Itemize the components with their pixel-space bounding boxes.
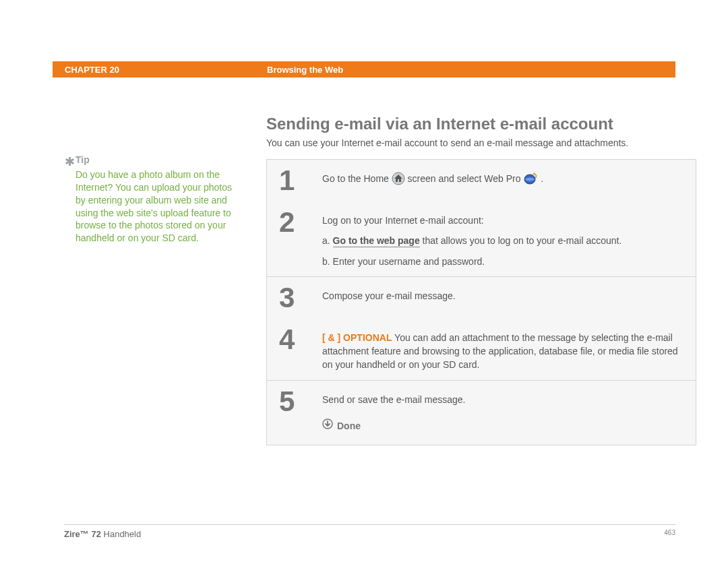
tip-text: Do you have a photo album on the Interne… [75, 168, 234, 245]
main-content: Sending e-mail via an Internet e-mail ac… [266, 115, 696, 445]
tip-label: Tip [75, 154, 234, 166]
product-rest: Handheld [101, 529, 141, 539]
home-icon [392, 172, 405, 185]
chapter-title: Browsing the Web [267, 65, 343, 75]
product-bold: Zire™ 72 [64, 529, 101, 539]
tip-sidebar: ✱ Tip Do you have a photo album on the I… [75, 154, 234, 245]
step5-text: Send or save the e-mail message. [322, 393, 684, 406]
globe-icon [523, 172, 538, 185]
step-1: 1 Go to the Home screen and select Web P… [267, 160, 696, 201]
chapter-header: CHAPTER 20 Browsing the Web [53, 61, 675, 77]
page-subtitle: You can use your Internet e-mail account… [266, 137, 696, 148]
step2-intro: Log on to your Internet e-mail account: [322, 214, 684, 227]
asterisk-icon: ✱ [65, 154, 75, 170]
step-body: Log on to your Internet e-mail account: … [322, 208, 684, 270]
step2-a-prefix: a. [322, 235, 333, 246]
step-number: 2 [279, 208, 322, 270]
page-title: Sending e-mail via an Internet e-mail ac… [266, 115, 696, 133]
down-arrow-icon [322, 418, 333, 433]
step-body: Go to the Home screen and select Web Pro… [322, 166, 684, 195]
page-number: 463 [664, 529, 675, 539]
step-4: 4 [ & ] OPTIONAL You can add an attachme… [267, 319, 696, 380]
step-3: 3 Compose your e-mail message. [267, 277, 696, 319]
steps-container: 1 Go to the Home screen and select Web P… [266, 159, 696, 445]
step1-pre: Go to the Home [322, 173, 392, 184]
step-5: 5 Send or save the e-mail message. Done [267, 381, 696, 445]
step-2: 2 Log on to your Internet e-mail account… [267, 201, 696, 276]
step-number: 3 [279, 284, 322, 312]
step1-mid: screen and select Web Pro [408, 173, 524, 184]
optional-label: [ & ] OPTIONAL [322, 332, 392, 343]
step1-post: . [541, 173, 543, 184]
step-body: [ & ] OPTIONAL You can add an attachment… [322, 325, 684, 373]
web-page-link[interactable]: Go to the web page [333, 235, 420, 247]
step2-b: b. Enter your username and password. [322, 255, 684, 268]
chapter-label: CHAPTER 20 [65, 65, 267, 75]
step-number: 1 [279, 166, 322, 195]
step-body: Send or save the e-mail message. Done [322, 387, 684, 433]
step-number: 4 [279, 325, 322, 373]
step-number: 5 [279, 387, 322, 433]
done-label: Done [337, 419, 361, 433]
page-footer: Zire™ 72 Handheld 463 [64, 524, 675, 539]
done-row: Done [322, 418, 684, 433]
step-body: Compose your e-mail message. [322, 284, 684, 312]
step2-a-rest: that allows you to log on to your e-mail… [420, 235, 622, 246]
svg-marker-3 [533, 173, 535, 175]
step3-text: Compose your e-mail message. [322, 289, 684, 303]
product-name: Zire™ 72 Handheld [64, 529, 141, 539]
